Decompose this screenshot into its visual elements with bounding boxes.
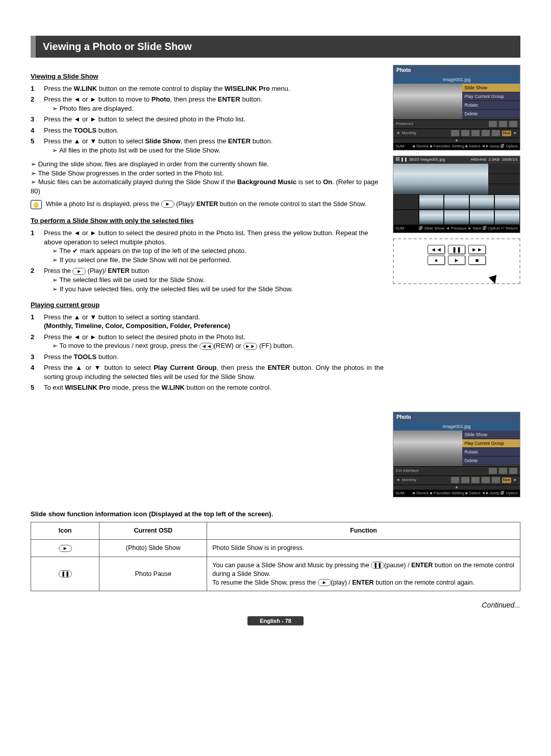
pause-icon: ❚❚ bbox=[371, 562, 384, 569]
note-item: During the slide show, files are display… bbox=[31, 160, 384, 169]
table-row: ► (Photo) Slide Show Photo Slide Show is… bbox=[31, 539, 520, 557]
remote-ff-button: ►► bbox=[468, 245, 486, 254]
step-number: 2 bbox=[31, 95, 39, 113]
play-icon: ► bbox=[72, 268, 86, 275]
tv-footer-help: 🗐 Slide Show ◄ Previous ► Next 🗐 Option … bbox=[419, 226, 518, 232]
play-icon: ► bbox=[161, 200, 174, 208]
step-body: Press the ▲ or ▼ button to select Slide … bbox=[44, 137, 384, 155]
sidebar-screens: Photo Image001.jpg Silde Show Play Curre… bbox=[393, 65, 520, 502]
step-number: 1 bbox=[31, 84, 39, 93]
tv-preview-image bbox=[393, 84, 462, 119]
substep: All files in the photo list will be used… bbox=[52, 146, 220, 154]
tv-footer-help: ■ Device ■ Favorites Setting ■ Select ◄►… bbox=[413, 144, 518, 149]
step-number: 5 bbox=[31, 137, 39, 155]
step-body: Press the TOOLS button. bbox=[44, 352, 384, 362]
tv-sum-label: SUM bbox=[395, 491, 405, 496]
tv-menu-item: Play Current Group bbox=[462, 92, 520, 101]
tv-footer-help: ■ Device ■ Favorites Setting ■ Select ◄►… bbox=[413, 491, 518, 496]
tv-context-menu: Silde Show Play Current Group Rotate Del… bbox=[462, 84, 520, 119]
step-body: Press the ► (Play)/ ENTER button The sel… bbox=[44, 266, 384, 293]
page-footer: English - 78 bbox=[31, 616, 520, 625]
heading-selected: To perform a Slide Show with only the se… bbox=[31, 216, 384, 225]
substep: The ✔ mark appears on the top of the lef… bbox=[52, 246, 384, 256]
substep: The selected files will be used for the … bbox=[52, 275, 384, 285]
substep: To move to the previous / next group, pr… bbox=[52, 342, 294, 349]
remote-stop-button: ■ bbox=[468, 256, 486, 265]
continued-label: Continued... bbox=[31, 600, 520, 610]
step-body: Press the W.LINK button on the remote co… bbox=[44, 84, 384, 93]
remote-rec-button: ● bbox=[428, 256, 445, 265]
tv-context-menu: Silde Show Play Current Group Rotate Del… bbox=[462, 431, 520, 466]
remote-rew-button: ◄◄ bbox=[428, 245, 445, 254]
tv-sum-label: SUM bbox=[395, 144, 405, 149]
step-number: 1 bbox=[31, 229, 39, 264]
note-item: The Slide Show progresses in the order s… bbox=[31, 169, 384, 178]
ff-icon: ►► bbox=[243, 343, 258, 350]
func-cell: You can pause a Slide Show and Music by … bbox=[207, 557, 520, 591]
tv-date: 2008/1/1 bbox=[502, 157, 518, 162]
tv-sum-label: SUM bbox=[395, 226, 405, 232]
remote-play-button: ► bbox=[448, 256, 465, 265]
steps-vss: 1 Press the W.LINK button on the remote … bbox=[31, 84, 384, 155]
tv-sort-label: Monthly bbox=[402, 131, 449, 136]
substep: Photo files are displayed. bbox=[52, 105, 134, 112]
func-cell: Photo Slide Show is in progress. bbox=[207, 539, 520, 557]
step-body: To exit WISELINK Pro mode, press the W.L… bbox=[44, 383, 384, 392]
step-number: 3 bbox=[31, 352, 39, 362]
step-body: Press the ▲ or ▼ button to select Play C… bbox=[44, 363, 384, 381]
step-body: Press the ◄ or ► button to move to Photo… bbox=[44, 95, 384, 113]
tv-preview-image bbox=[393, 431, 462, 466]
step-body: Press the ◄ or ► button to select the de… bbox=[44, 115, 384, 124]
step-number: 2 bbox=[31, 266, 39, 293]
page-number-pill: English - 78 bbox=[247, 616, 304, 625]
note-item: Music files can be automatically played … bbox=[31, 178, 384, 195]
page-title: Viewing a Photo or Slide Show bbox=[31, 36, 520, 58]
tv-screenshot-fullscreen: 🖼 ❚❚ 38/22 Image001.jpg 440x440 2.0KB 20… bbox=[393, 156, 520, 233]
heading-table: Slide show function information icon (Di… bbox=[31, 510, 520, 519]
step-number: 1 bbox=[31, 313, 39, 331]
info-icon-table: Icon Current OSD Function ► (Photo) Slid… bbox=[31, 522, 520, 591]
callout-note: 🖐 While a photo list is displayed, press… bbox=[31, 200, 384, 210]
rew-icon: ◄◄ bbox=[199, 343, 214, 350]
tv-sort-label: Monthly bbox=[402, 477, 449, 483]
tv-filename: Image001.jpg bbox=[393, 422, 520, 431]
tv-menu-item: Delete bbox=[462, 457, 520, 465]
tv-filename: Image001.jpg bbox=[393, 75, 520, 84]
step-number: 4 bbox=[31, 363, 39, 381]
steps-selected: 1 Press the ◄ or ► button to select the … bbox=[31, 229, 384, 293]
tv-title: Photo bbox=[393, 412, 520, 422]
tv-screenshot-photo: Photo Image001.jpg Silde Show Play Curre… bbox=[393, 65, 520, 150]
tv-filesize: 2.0KB bbox=[489, 157, 500, 162]
step-number: 3 bbox=[31, 115, 39, 124]
remote-pause-button: ❚❚ bbox=[448, 245, 465, 254]
tv-now-badge: Nov bbox=[502, 477, 511, 483]
play-icon: ► bbox=[318, 579, 331, 586]
step-number: 4 bbox=[31, 126, 39, 135]
th-osd: Current OSD bbox=[99, 522, 207, 540]
note-icon: 🖐 bbox=[31, 200, 42, 210]
tv-strip-label: Preferred bbox=[396, 121, 487, 127]
main-instructions: Viewing a Slide Show 1 Press the W.LINK … bbox=[31, 65, 384, 502]
tv-menu-item: Rotate bbox=[462, 448, 520, 457]
step-body: Press the ▲ or ▼ button to select a sort… bbox=[44, 313, 384, 331]
tv-now-badge: Nov bbox=[502, 131, 511, 136]
pause-icon: ❚❚ bbox=[59, 570, 72, 577]
step-body: Press the TOOLS button. bbox=[44, 126, 384, 135]
step-number: 2 bbox=[31, 333, 39, 350]
table-row: ❚❚ Photo Pause You can pause a Slide Sho… bbox=[31, 557, 520, 591]
step-number: 5 bbox=[31, 383, 39, 392]
tv-preview-image bbox=[393, 164, 488, 194]
steps-current: 1 Press the ▲ or ▼ button to select a so… bbox=[31, 313, 384, 392]
heading-vss: Viewing a Slide Show bbox=[31, 72, 384, 81]
heading-current: Playing current group bbox=[31, 300, 384, 310]
step-body: Press the ◄ or ► button to select the de… bbox=[44, 333, 384, 350]
remote-control-illustration: ◄◄ ❚❚ ►► ● ► ■ bbox=[393, 238, 520, 284]
tv-menu-item: Play Current Group bbox=[462, 439, 520, 448]
tv-menu-item: Silde Show bbox=[462, 431, 520, 439]
substep: If you select one file, the Slide Show w… bbox=[52, 256, 384, 265]
step-body: Press the ◄ or ► button to select the de… bbox=[44, 229, 384, 264]
th-function: Function bbox=[207, 522, 520, 540]
tv-resolution: 440x440 bbox=[470, 157, 486, 162]
substep: If you have selected files, only the sel… bbox=[52, 285, 384, 294]
tv-menu-item: Rotate bbox=[462, 101, 520, 110]
